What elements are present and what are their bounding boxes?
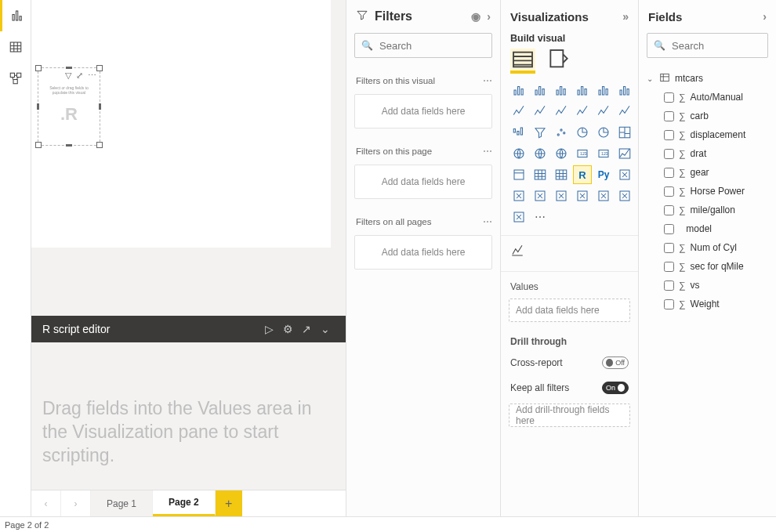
format-visual-tab[interactable] <box>546 49 571 74</box>
field-checkbox[interactable] <box>664 186 674 197</box>
data-view-button[interactable] <box>0 31 31 63</box>
resize-handle-ne[interactable] <box>96 65 103 71</box>
field-displacement[interactable]: ∑displacement <box>644 125 773 144</box>
field-auto-manual[interactable]: ∑Auto/Manual <box>644 88 773 107</box>
field-checkbox[interactable] <box>664 149 674 159</box>
build-visual-tab[interactable] <box>510 49 535 74</box>
collapse-viz-icon[interactable]: » <box>622 10 629 23</box>
filter-dropzone[interactable]: Add data fields here <box>354 94 492 128</box>
toggle-visibility-icon[interactable]: ◉ <box>471 10 480 23</box>
viz-slicer[interactable] <box>510 166 528 183</box>
viz-more[interactable]: ⋯ <box>531 208 549 226</box>
field-num-of-cyl[interactable]: ∑Num of Cyl <box>644 238 773 257</box>
viz-area[interactable] <box>531 103 549 120</box>
filter-dropzone[interactable]: Add data fields here <box>354 165 492 199</box>
viz-ribbon[interactable] <box>616 103 633 120</box>
field-gear[interactable]: ∑gear <box>644 163 773 182</box>
model-view-button[interactable] <box>0 63 31 94</box>
viz-powerapps[interactable] <box>616 187 633 204</box>
viz-map[interactable] <box>510 145 528 162</box>
field-checkbox[interactable] <box>664 111 674 121</box>
viz-funnel[interactable] <box>531 124 549 141</box>
field-mile-gallon[interactable]: ∑mile/gallon <box>644 201 773 219</box>
viz-clustered-bar[interactable] <box>553 81 570 99</box>
viz-waterfall[interactable] <box>510 124 528 141</box>
field-checkbox[interactable] <box>664 299 674 309</box>
field-checkbox[interactable] <box>664 130 674 140</box>
viz-filled-map[interactable] <box>531 145 549 162</box>
viz-clustered-column[interactable] <box>574 81 591 99</box>
viz-line[interactable] <box>510 103 528 120</box>
field-checkbox[interactable] <box>664 168 674 178</box>
viz-R[interactable]: R <box>574 166 591 183</box>
resize-handle-se[interactable] <box>96 142 103 148</box>
filter-section-menu[interactable]: ⋯ <box>483 216 492 227</box>
viz-paginated[interactable] <box>574 187 591 204</box>
visual-focus-icon[interactable]: ⤢ <box>76 71 83 81</box>
viz-table[interactable] <box>531 166 549 183</box>
viz-scatter[interactable] <box>553 124 570 141</box>
resize-handle-sw[interactable] <box>35 142 42 148</box>
field-checkbox[interactable] <box>664 224 674 234</box>
filter-section-menu[interactable]: ⋯ <box>483 146 492 157</box>
filters-search-input[interactable] <box>379 40 511 52</box>
r-visual-frame[interactable]: ▽ ⤢ ⋯ Select or drag fields to populate … <box>38 67 100 146</box>
filter-section-menu[interactable]: ⋯ <box>483 75 492 86</box>
resize-handle-nw[interactable] <box>35 65 42 71</box>
filter-dropzone[interactable]: Add data fields here <box>354 235 492 270</box>
viz-matrix[interactable] <box>553 166 570 183</box>
viz-qna[interactable] <box>531 187 549 204</box>
field-checkbox[interactable] <box>664 262 674 272</box>
visual-more-icon[interactable]: ⋯ <box>88 71 96 81</box>
cross-report-toggle[interactable]: Off <box>602 356 629 369</box>
field-checkbox[interactable] <box>664 205 674 215</box>
field-checkbox[interactable] <box>664 243 674 253</box>
expand-fields-icon[interactable]: › <box>763 10 767 23</box>
viz-kpi[interactable] <box>616 145 633 162</box>
field-carb[interactable]: ∑carb <box>644 107 773 125</box>
resize-handle-s[interactable] <box>66 144 72 147</box>
viz-100-bar[interactable] <box>595 81 612 99</box>
field-sec-for-qmile[interactable]: ∑sec for qMile <box>644 257 773 276</box>
viz-pie[interactable] <box>574 124 591 141</box>
viz-donut[interactable] <box>595 124 612 141</box>
viz-narrative[interactable] <box>553 187 570 204</box>
report-view-button[interactable] <box>0 0 31 31</box>
viz-line-col[interactable] <box>574 103 591 120</box>
viz-line-col2[interactable] <box>595 103 612 120</box>
values-dropzone[interactable]: Add data fields here <box>509 299 630 322</box>
field-model[interactable]: model <box>644 219 773 238</box>
viz-key-influencers[interactable] <box>616 166 633 183</box>
field-checkbox[interactable] <box>664 92 674 103</box>
fields-search[interactable]: 🔍 <box>647 33 768 58</box>
field-checkbox[interactable] <box>664 280 674 291</box>
next-page-button[interactable]: › <box>61 490 91 516</box>
viz-decomp[interactable] <box>510 187 528 204</box>
analytics-tab[interactable] <box>501 239 638 268</box>
field-vs[interactable]: ∑vs <box>644 276 773 295</box>
viz-card[interactable]: 123 <box>574 145 591 162</box>
add-page-button[interactable]: + <box>216 490 242 516</box>
report-page[interactable]: ▽ ⤢ ⋯ Select or drag fields to populate … <box>31 0 331 248</box>
page-tab-1[interactable]: Page 1 <box>91 490 153 516</box>
viz-100-column[interactable] <box>616 81 633 99</box>
script-settings-icon[interactable]: ⚙ <box>278 323 297 335</box>
viz-stacked-bar[interactable] <box>510 81 528 99</box>
field-horse-power[interactable]: ∑Horse Power <box>644 182 773 201</box>
field-drat[interactable]: ∑drat <box>644 144 773 163</box>
table-node[interactable]: ⌄ mtcars <box>644 69 773 88</box>
expand-filters-icon[interactable]: › <box>487 10 491 23</box>
field-weight[interactable]: ∑Weight <box>644 295 773 313</box>
collapse-script-icon[interactable]: ⌄ <box>316 323 335 335</box>
viz-multi-card[interactable]: 123 <box>595 145 612 162</box>
visual-filter-icon[interactable]: ▽ <box>65 71 71 81</box>
prev-page-button[interactable]: ‹ <box>31 490 61 516</box>
drillthrough-dropzone[interactable]: Add drill-through fields here <box>509 404 630 427</box>
keep-filters-toggle[interactable]: On <box>602 382 629 394</box>
viz-azure-map[interactable] <box>553 145 570 162</box>
viz-Py[interactable]: Py <box>595 166 612 183</box>
viz-power-automate[interactable] <box>510 208 528 226</box>
viz-stacked-column[interactable] <box>531 81 549 99</box>
viz-arcgis[interactable] <box>595 187 612 204</box>
fields-search-input[interactable] <box>672 40 776 52</box>
